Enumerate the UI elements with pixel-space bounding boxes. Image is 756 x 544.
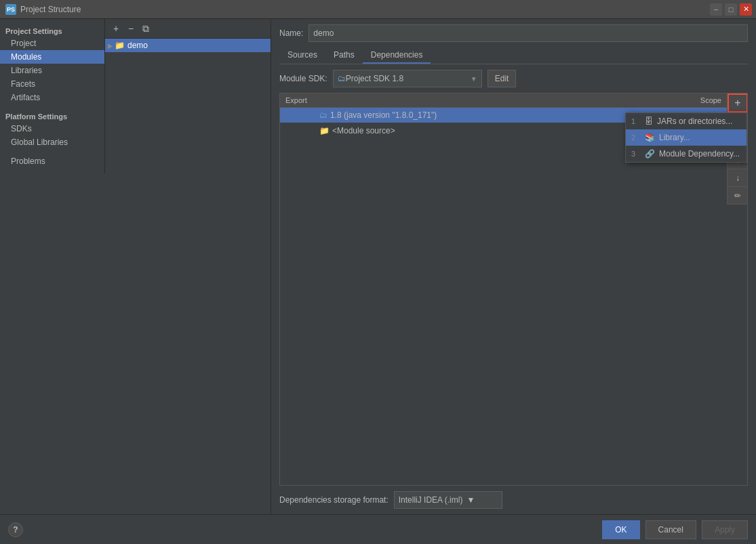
- sdk-select-text: Project SDK 1.8: [346, 74, 471, 83]
- name-column-header: [319, 96, 688, 104]
- storage-label: Dependencies storage format:: [279, 495, 389, 505]
- main-layout: Project Settings Project Modules Librari…: [0, 19, 756, 514]
- sidebar-item-global-libraries[interactable]: Global Libraries: [0, 135, 104, 149]
- sidebar-item-problems[interactable]: Problems: [0, 154, 104, 168]
- tree-item-demo[interactable]: ▶ 📁 demo: [105, 39, 271, 52]
- add-module-button[interactable]: +: [109, 22, 123, 35]
- folder-icon: 📁: [115, 41, 125, 50]
- bottom-bar: ? OK Cancel Apply: [0, 514, 756, 544]
- dropdown-item-module-dep[interactable]: 3 🔗 Module Dependency...: [626, 146, 747, 162]
- edit-dep-button[interactable]: ✏: [728, 187, 748, 205]
- sdk-chevron-icon: ▼: [471, 75, 477, 83]
- remove-module-button[interactable]: −: [124, 22, 138, 35]
- dropdown-item-jars[interactable]: 1 🗄 JARs or directories...: [626, 113, 747, 129]
- sdk-label: Module SDK:: [279, 74, 327, 83]
- jar-icon: 🗄: [645, 117, 653, 126]
- sdk-select[interactable]: 🗂 Project SDK 1.8 ▼: [333, 70, 482, 87]
- left-panel: Project Settings Project Modules Librari…: [0, 19, 105, 514]
- dropdown-item-label-module: Module Dependency...: [659, 149, 740, 159]
- sidebar-item-sdks[interactable]: SDKs: [0, 122, 104, 135]
- tree-arrow-icon: ▶: [108, 42, 113, 49]
- dropdown-item-library[interactable]: 2 📚 Library...: [626, 129, 747, 146]
- dropdown-item-label-jars: JARs or directories...: [657, 117, 732, 126]
- tree-item-label: demo: [127, 41, 148, 50]
- sidebar-item-modules[interactable]: Modules: [0, 50, 104, 64]
- dependencies-table: Export Scope 🗂 1.8 (java version "1.8.0_…: [279, 93, 748, 486]
- dep-table-body: 🗂 1.8 (java version "1.8.0_171") 📁 <Modu…: [280, 108, 747, 480]
- copy-module-button[interactable]: ⧉: [139, 22, 153, 35]
- help-button[interactable]: ?: [8, 522, 23, 537]
- add-dependency-button[interactable]: +: [728, 93, 748, 112]
- tab-paths[interactable]: Paths: [325, 47, 363, 64]
- add-button-container: + 1 🗄 JARs or directories... 2 📚 Library…: [727, 93, 747, 112]
- dropdown-item-num-3: 3: [631, 150, 641, 158]
- tab-dependencies[interactable]: Dependencies: [363, 47, 431, 64]
- module-tree-panel: + − ⧉ ▶ 📁 demo: [105, 19, 271, 514]
- dropdown-item-num-1: 1: [631, 117, 641, 125]
- module-tree: ▶ 📁 demo: [105, 39, 271, 514]
- tab-sources[interactable]: Sources: [279, 47, 325, 64]
- project-settings-heading: Project Settings: [0, 24, 104, 37]
- module-tabs: Sources Paths Dependencies: [279, 47, 748, 64]
- maximize-button[interactable]: □: [725, 3, 737, 16]
- divider-2: [0, 149, 104, 154]
- storage-format-value: IntelliJ IDEA (.iml): [399, 495, 463, 505]
- right-panel: Name: Sources Paths Dependencies Module …: [271, 19, 756, 514]
- platform-settings-heading: Platform Settings: [0, 110, 104, 122]
- window-title: Project Structure: [20, 5, 81, 14]
- dropdown-item-label-library: Library...: [659, 133, 690, 142]
- storage-format-select[interactable]: IntelliJ IDEA (.iml) ▼: [394, 491, 502, 509]
- cancel-button[interactable]: Cancel: [645, 520, 696, 539]
- export-column-header: Export: [285, 96, 319, 104]
- name-input[interactable]: [309, 24, 748, 42]
- window-controls: − □ ✕: [710, 3, 752, 16]
- ok-button[interactable]: OK: [602, 520, 639, 539]
- app-icon: PS: [5, 4, 16, 15]
- divider-1: [0, 104, 104, 110]
- mod-icon: 🔗: [645, 149, 655, 159]
- sidebar-item-libraries[interactable]: Libraries: [0, 64, 104, 77]
- sdk-row: Module SDK: 🗂 Project SDK 1.8 ▼ Edit: [279, 70, 748, 87]
- minimize-button[interactable]: −: [710, 3, 722, 16]
- bottom-buttons: OK Cancel Apply: [602, 520, 748, 539]
- sidebar: Project Settings Project Modules Librari…: [0, 19, 105, 173]
- title-bar: PS Project Structure − □ ✕: [0, 0, 756, 19]
- jdk-icon: 🗂: [319, 110, 327, 120]
- dep-table-header: Export Scope: [280, 93, 747, 108]
- sidebar-item-artifacts[interactable]: Artifacts: [0, 91, 104, 104]
- tree-toolbar: + − ⧉: [105, 19, 271, 39]
- apply-button[interactable]: Apply: [702, 520, 748, 539]
- sdk-folder-icon: 🗂: [338, 74, 346, 83]
- name-row: Name:: [279, 24, 748, 42]
- storage-row: Dependencies storage format: IntelliJ ID…: [279, 491, 748, 509]
- source-folder-icon: 📁: [319, 126, 330, 135]
- name-label: Name:: [279, 28, 303, 38]
- move-down-button[interactable]: ↓: [728, 169, 748, 187]
- close-button[interactable]: ✕: [740, 3, 752, 16]
- lib-icon: 📚: [645, 133, 655, 142]
- sidebar-item-facets[interactable]: Facets: [0, 77, 104, 91]
- dropdown-item-num-2: 2: [631, 133, 641, 142]
- edit-sdk-button[interactable]: Edit: [488, 70, 517, 87]
- sidebar-item-project[interactable]: Project: [0, 37, 104, 50]
- storage-chevron-icon: ▼: [466, 495, 475, 505]
- add-dependency-dropdown: 1 🗄 JARs or directories... 2 📚 Library..…: [625, 112, 747, 163]
